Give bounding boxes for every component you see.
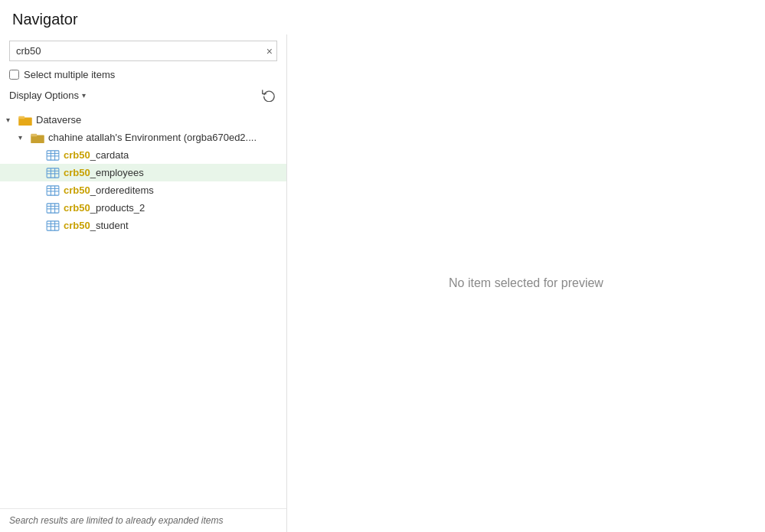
preview-empty-text: No item selected for preview — [449, 276, 603, 290]
main-layout: × Select multiple items Display Options … — [0, 34, 765, 532]
tree-item-label-products2: crb50_products_2 — [64, 202, 145, 214]
tree-item-label-ordereditems: crb50_ordereditems — [64, 184, 154, 196]
table-icon-products2 — [46, 203, 60, 214]
tree-item-crb50-cardata[interactable]: ▾ crb50_cardata — [0, 146, 286, 164]
tree-item-crb50-ordereditems[interactable]: ▾ crb50_ordereditems — [0, 181, 286, 199]
tree-item-crb50-products2[interactable]: ▾ crb50_products_2 — [0, 199, 286, 217]
table-icon-cardata — [46, 150, 60, 161]
table-icon-employees — [46, 168, 60, 178]
footer-note-text: Search results are limited to already ex… — [9, 515, 223, 526]
tree-item-label-dataverse: Dataverse — [36, 114, 81, 126]
svg-rect-1 — [18, 116, 25, 119]
display-options-button[interactable]: Display Options ▾ — [9, 90, 86, 101]
svg-rect-9 — [47, 168, 59, 177]
folder-icon — [18, 115, 32, 126]
svg-rect-24 — [47, 220, 59, 230]
refresh-button[interactable] — [260, 86, 277, 103]
collapse-arrow-icon-2: ▾ — [18, 133, 29, 142]
highlight-products2: crb50 — [64, 202, 90, 214]
search-input[interactable] — [9, 41, 277, 61]
tree-area: ▾ Dataverse ▾ — [0, 109, 286, 508]
highlight-student: crb50 — [64, 220, 90, 231]
svg-rect-19 — [47, 203, 59, 212]
highlight-cardata: crb50 — [64, 149, 90, 161]
page-title: Navigator — [12, 11, 78, 28]
svg-rect-14 — [47, 185, 59, 194]
search-input-wrapper: × — [9, 41, 277, 61]
header: Navigator — [0, 0, 765, 34]
tree-item-label-environment: chahine atallah's Environment (orgba670e… — [48, 132, 257, 143]
footer-note: Search results are limited to already ex… — [0, 508, 286, 532]
display-options-row: Display Options ▾ — [0, 85, 286, 109]
select-multiple-checkbox[interactable] — [9, 70, 19, 80]
tree-item-label-employees: crb50_employees — [64, 167, 144, 178]
tree-item-environment[interactable]: ▾ chahine atallah's Environment (orgba67… — [0, 129, 286, 146]
tree-item-crb50-employees[interactable]: ▾ crb50_employees — [0, 164, 286, 181]
svg-rect-3 — [31, 133, 37, 136]
preview-area: No item selected for preview — [287, 34, 765, 532]
select-multiple-label[interactable]: Select multiple items — [24, 69, 115, 80]
tree-item-label-cardata: crb50_cardata — [64, 149, 129, 161]
svg-rect-4 — [47, 150, 59, 159]
tree-item-label-student: crb50_student — [64, 220, 129, 231]
display-options-label: Display Options — [9, 90, 79, 101]
chevron-down-icon: ▾ — [82, 91, 86, 100]
folder-icon-2 — [31, 132, 44, 143]
highlight-employees: crb50 — [64, 167, 90, 178]
sidebar: × Select multiple items Display Options … — [0, 34, 287, 532]
table-icon-ordereditems — [46, 185, 60, 196]
tree-item-crb50-student[interactable]: ▾ crb50_student — [0, 217, 286, 234]
collapse-arrow-icon: ▾ — [6, 116, 17, 124]
highlight-ordereditems: crb50 — [64, 184, 90, 196]
navigator-container: Navigator × Select multiple items Displa… — [0, 0, 765, 532]
select-multiple-row: Select multiple items — [0, 67, 286, 85]
search-clear-button[interactable]: × — [266, 46, 273, 57]
search-bar: × — [0, 34, 286, 67]
table-icon-student — [46, 220, 60, 231]
tree-item-dataverse[interactable]: ▾ Dataverse — [0, 111, 286, 129]
refresh-icon — [262, 88, 276, 102]
